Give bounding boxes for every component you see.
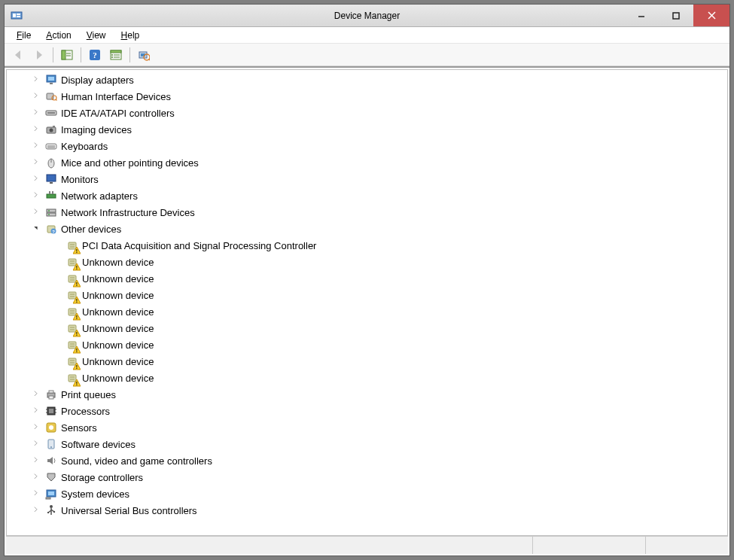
chevron-right-icon[interactable] (32, 158, 41, 167)
back-button[interactable] (9, 46, 27, 64)
warning-badge-icon (73, 378, 81, 385)
device-tree[interactable]: Display adapters Human Interface Devices… (6, 69, 728, 536)
category-keyboards[interactable]: Keyboards (7, 138, 727, 154)
category-label: Sensors (61, 422, 97, 434)
svg-rect-1 (13, 14, 16, 17)
help-button[interactable]: ? (86, 46, 104, 64)
category-monitors[interactable]: Monitors (7, 171, 727, 187)
unknown-device-icon (65, 355, 79, 367)
menu-help[interactable]: Help (114, 29, 148, 42)
category-sensors[interactable]: Sensors (7, 419, 727, 436)
category-processors[interactable]: Processors (7, 403, 727, 419)
category-network[interactable]: Network adapters (7, 187, 727, 204)
category-hid[interactable]: Human Interface Devices (7, 88, 727, 105)
category-storage[interactable]: Storage controllers (7, 469, 727, 485)
netinfra-icon (44, 206, 58, 218)
mouse-icon (44, 157, 58, 169)
show-hide-console-button[interactable] (58, 46, 76, 64)
category-other[interactable]: Other devices (7, 221, 727, 237)
warning-badge-icon (73, 245, 81, 253)
other-icon (44, 223, 58, 235)
svg-point-19 (111, 56, 113, 58)
chevron-right-icon[interactable] (32, 506, 41, 515)
device-item[interactable]: Unknown device (7, 254, 727, 270)
category-netinfra[interactable]: Network Infrastructure Devices (7, 204, 727, 221)
category-sound[interactable]: Sound, video and game controllers (7, 452, 727, 469)
chevron-right-icon[interactable] (32, 191, 41, 200)
toolbar-separator (81, 47, 81, 62)
warning-badge-icon (73, 278, 81, 286)
chevron-down-icon[interactable] (32, 224, 41, 233)
device-label: Unknown device (82, 306, 154, 318)
chevron-right-icon[interactable] (32, 440, 41, 449)
device-item[interactable]: Unknown device (7, 287, 727, 303)
category-label: Imaging devices (61, 124, 132, 135)
device-label: Unknown device (82, 273, 154, 285)
chevron-right-icon[interactable] (32, 423, 41, 432)
category-system[interactable]: System devices (7, 485, 727, 502)
printer-icon (44, 388, 58, 400)
category-label: System devices (61, 488, 129, 500)
category-imaging[interactable]: Imaging devices (7, 121, 727, 138)
category-label: Universal Serial Bus controllers (61, 505, 197, 516)
chevron-right-icon[interactable] (32, 125, 41, 134)
chevron-right-icon[interactable] (32, 390, 41, 399)
device-item[interactable]: Unknown device (7, 270, 727, 287)
minimize-button[interactable] (624, 5, 659, 26)
menu-file[interactable]: File (9, 29, 38, 42)
unknown-device-icon (65, 322, 79, 334)
storage-icon (44, 471, 58, 483)
titlebar[interactable]: Device Manager (5, 5, 729, 27)
category-software[interactable]: Software devices (7, 436, 727, 452)
chevron-right-icon[interactable] (32, 489, 41, 498)
maximize-button[interactable] (659, 5, 693, 26)
cpu-icon (44, 405, 58, 417)
svg-rect-3 (17, 16, 20, 17)
chevron-right-icon[interactable] (32, 208, 41, 217)
unknown-device-icon (65, 306, 79, 318)
category-ide[interactable]: IDE ATA/ATAPI controllers (7, 105, 727, 121)
category-display-adapters[interactable]: Display adapters (7, 72, 727, 88)
chevron-right-icon[interactable] (32, 142, 41, 151)
device-label: Unknown device (82, 257, 154, 268)
forward-button[interactable] (30, 46, 48, 64)
chevron-right-icon[interactable] (32, 406, 41, 415)
category-label: Sound, video and game controllers (61, 455, 212, 467)
device-item[interactable]: Unknown device (7, 353, 727, 370)
menu-action[interactable]: Action (38, 29, 78, 42)
scan-hardware-button[interactable] (135, 46, 153, 64)
device-item[interactable]: Unknown device (7, 370, 727, 386)
chevron-right-icon[interactable] (32, 75, 41, 84)
warning-badge-icon (73, 361, 81, 369)
category-label: Storage controllers (61, 472, 143, 483)
svg-rect-5 (673, 13, 679, 19)
svg-point-18 (111, 54, 113, 56)
chevron-right-icon[interactable] (32, 175, 41, 184)
device-item[interactable]: Unknown device (7, 320, 727, 336)
chevron-right-icon[interactable] (32, 456, 41, 465)
category-label: Keyboards (61, 141, 108, 152)
svg-line-23 (149, 59, 151, 60)
device-item[interactable]: Unknown device (7, 336, 727, 353)
camera-icon (44, 123, 58, 135)
chevron-right-icon[interactable] (32, 108, 41, 117)
warning-badge-icon (73, 345, 81, 352)
menu-view[interactable]: View (79, 29, 114, 42)
properties-button[interactable] (107, 46, 125, 64)
sensor-icon (44, 422, 58, 434)
close-button[interactable] (693, 5, 729, 26)
category-printq[interactable]: Print queues (7, 386, 727, 403)
category-usb[interactable]: Universal Serial Bus controllers (7, 502, 727, 519)
category-mice[interactable]: Mice and other pointing devices (7, 154, 727, 171)
device-label: Unknown device (82, 290, 154, 301)
device-label: PCI Data Acquisition and Signal Processi… (82, 240, 316, 251)
chevron-right-icon[interactable] (32, 92, 41, 101)
warning-badge-icon (73, 295, 81, 303)
content-area: Display adapters Human Interface Devices… (5, 66, 729, 555)
hid-icon (44, 90, 58, 102)
chevron-right-icon[interactable] (32, 473, 41, 482)
device-item[interactable]: PCI Data Acquisition and Signal Processi… (7, 237, 727, 254)
sound-icon (44, 455, 58, 467)
device-label: Unknown device (82, 323, 154, 334)
device-item[interactable]: Unknown device (7, 303, 727, 320)
